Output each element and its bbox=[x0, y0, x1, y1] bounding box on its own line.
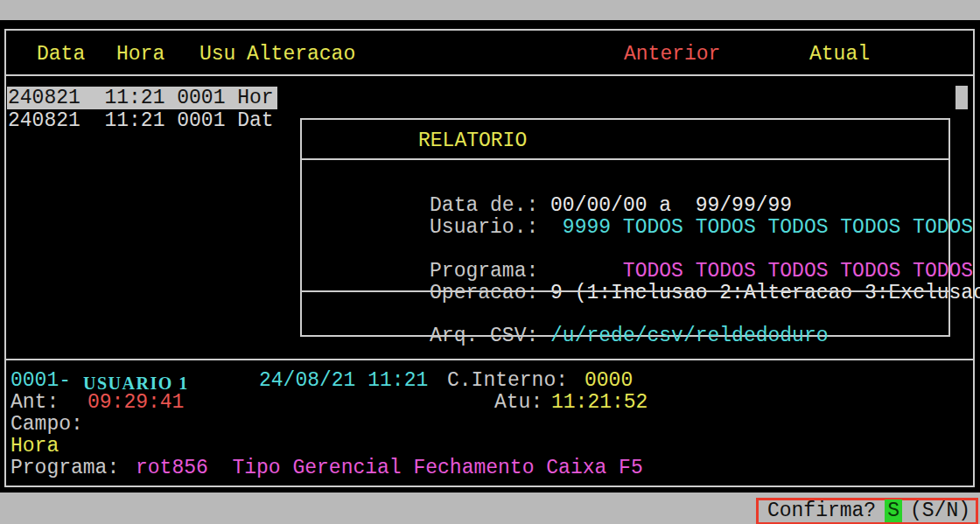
dialog-separator bbox=[302, 290, 948, 292]
operacao-input[interactable]: 9 (1:Inclusao 2:Alteracao 3:Exclusao) bbox=[550, 282, 980, 304]
record-datetime: 24/08/21 11:21 bbox=[259, 370, 428, 392]
atual-label: Atu: bbox=[494, 392, 542, 414]
confirm-input[interactable]: S bbox=[885, 500, 902, 522]
list-item[interactable]: 240821 11:21 0001 Dat bbox=[7, 109, 277, 132]
campo-label: Campo: bbox=[10, 414, 83, 436]
column-header-alteracao: Alteracao bbox=[247, 43, 355, 66]
column-header-data: Data bbox=[37, 43, 85, 66]
usuario-input[interactable]: 9999 TODOS TODOS TODOS TODOS TODOS TODOS bbox=[563, 216, 980, 239]
field-operacao: Operacao:9 (1:Inclusao 2:Alteracao 3:Exc… bbox=[309, 261, 980, 283]
scrollbar-thumb[interactable] bbox=[956, 86, 968, 109]
dialog-body: Data de.:00/00/00 a 99/99/99 Usuario.:99… bbox=[302, 160, 948, 335]
arq-csv-label: Arq. CSV: bbox=[430, 325, 538, 347]
field-arq-csv: Arq. CSV:/u/rede/csv/reldedoduro bbox=[309, 304, 829, 325]
arq-csv-input[interactable]: /u/rede/csv/reldedoduro bbox=[550, 325, 828, 347]
dialog-title-row: RELATORIO bbox=[302, 120, 948, 160]
usuario-label: Usuario.: bbox=[430, 216, 538, 239]
status-bar: Confirma?S(S/N) bbox=[0, 493, 980, 524]
field-usuario: Usuario.:9999 TODOS TODOS TODOS TODOS TO… bbox=[309, 195, 980, 217]
user-code: 0001- bbox=[10, 370, 71, 392]
operacao-label: Operacao: bbox=[430, 282, 538, 304]
c-interno-value: 0000 bbox=[584, 370, 633, 392]
anterior-label: Ant: bbox=[10, 392, 59, 414]
c-interno-label: C.Interno: bbox=[447, 370, 568, 392]
confirm-options: (S/N) bbox=[910, 500, 970, 522]
atual-value: 11:21:52 bbox=[551, 392, 648, 414]
column-header-atual: Atual bbox=[809, 43, 870, 66]
list-header-row: Data Hora Usu Alteracao Anterior Atual bbox=[6, 31, 973, 76]
record-detail-panel: 0001- USUARIO 1 24/08/21 11:21 C.Interno… bbox=[6, 359, 973, 486]
programa-label: Programa: bbox=[10, 458, 119, 479]
terminal-background: Data Hora Usu Alteracao Anterior Atual 2… bbox=[0, 20, 980, 493]
relatorio-dialog: RELATORIO Data de.:00/00/00 a 99/99/99 U… bbox=[300, 118, 950, 337]
screen: Data Hora Usu Alteracao Anterior Atual 2… bbox=[0, 0, 980, 524]
list-item-selected[interactable]: 240821 11:21 0001 Hor bbox=[7, 87, 277, 109]
dialog-title: RELATORIO bbox=[418, 129, 527, 152]
campo-value: Hora bbox=[10, 436, 59, 458]
column-header-hora: Hora bbox=[116, 43, 164, 66]
confirm-prompt: Confirma?S(S/N) bbox=[756, 498, 978, 524]
programa-value: rot856 Tipo Gerencial Fechamento Caixa F… bbox=[136, 458, 643, 479]
anterior-value: 09:29:41 bbox=[88, 392, 184, 414]
field-programa: Programa:TODOS TODOS TODOS TODOS TODOS T… bbox=[309, 239, 980, 261]
column-header-anterior: Anterior bbox=[624, 43, 720, 66]
field-data-de: Data de.:00/00/00 a 99/99/99 bbox=[309, 173, 792, 195]
confirm-question: Confirma? bbox=[767, 500, 876, 522]
column-header-usu: Usu bbox=[200, 43, 235, 66]
